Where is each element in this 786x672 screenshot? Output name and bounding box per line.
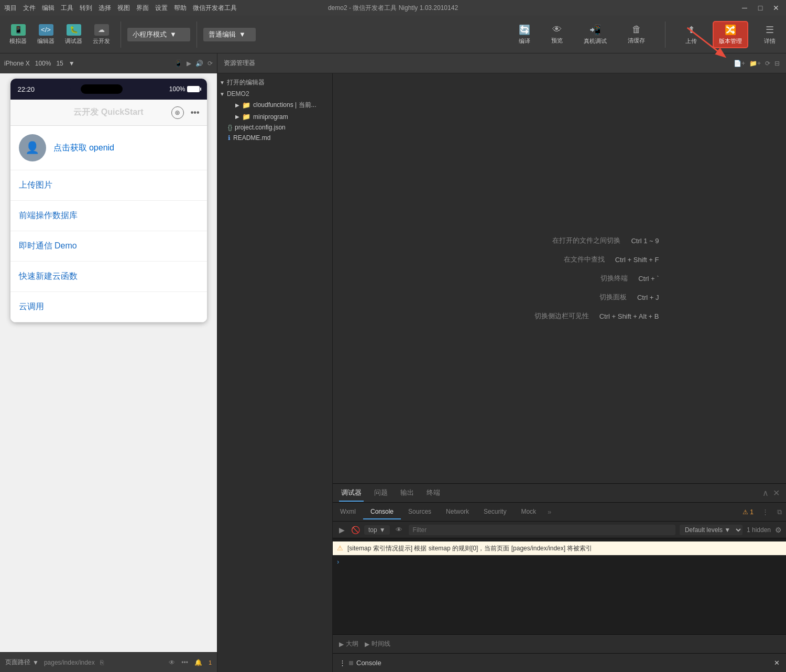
version-management-button[interactable]: 🔀 版本管理 (713, 21, 748, 48)
phone-icon[interactable]: 📱 (174, 60, 182, 67)
bell-icon[interactable]: 🔔 (194, 659, 202, 666)
menu-item-cloud-call[interactable]: 云调用 (10, 292, 207, 322)
menu-tools[interactable]: 工具 (61, 4, 73, 13)
file-item-config[interactable]: {} project.config.json (217, 122, 332, 133)
devtools-more-button[interactable]: » (543, 505, 555, 519)
menu-goto[interactable]: 转到 (80, 4, 92, 13)
console-label-bar: ⋮ Console ✕ (333, 653, 786, 672)
devtools-tab-network[interactable]: Network (439, 505, 476, 519)
filter-input[interactable] (409, 525, 675, 535)
header-dots[interactable]: ••• (191, 108, 200, 117)
filter-exec-button[interactable]: ▶ (337, 525, 346, 535)
menu-edit[interactable]: 编辑 (42, 4, 54, 13)
console-content: ⚠ [sitemap 索引情况提示] 根据 sitemap 的规则[0]，当前页… (333, 538, 786, 634)
page-path-selector[interactable]: 页面路径 ▼ (5, 658, 39, 667)
upload-button[interactable]: ⬆ 上传 (680, 22, 702, 47)
mode-buttons: 📱 模拟器 </> 编辑器 🐛 调试器 ☁ 云开发 (5, 20, 114, 49)
filter-context-selector[interactable]: top ▼ (364, 525, 390, 535)
menu-settings[interactable]: 设置 (155, 4, 168, 13)
open-editors-arrow: ▼ (220, 80, 225, 85)
clear-button[interactable]: 🗑 清缓存 (623, 22, 650, 47)
cloud-label: 云开发 (93, 37, 110, 45)
menu-view[interactable]: 视图 (117, 4, 130, 13)
eye-icon[interactable]: 👁 (169, 659, 175, 666)
panel-up-icon[interactable]: ∧ (762, 488, 769, 498)
header-circle-icon[interactable]: ◎ (171, 106, 184, 119)
devtools-menu-button[interactable]: ⋮ (758, 506, 773, 518)
new-file-icon[interactable]: 📄+ (734, 60, 745, 67)
shortcut-desc-4: 切换面板 (599, 292, 627, 302)
close-button[interactable]: ✕ (770, 2, 782, 14)
dropdown-icon[interactable]: ▼ (69, 60, 75, 67)
project-section[interactable]: ▼ DEMO2 (217, 89, 332, 99)
devtools-tab-sources[interactable]: Sources (401, 505, 439, 519)
mode-selector[interactable]: 小程序模式 ▼ (127, 28, 190, 41)
open-editors-label: 打开的编辑器 (227, 78, 265, 87)
debugger-button[interactable]: 🐛 调试器 (61, 20, 86, 49)
menu-item-upload[interactable]: 上传图片 (10, 170, 207, 201)
minimize-button[interactable]: ─ (739, 2, 750, 14)
menu-item-database[interactable]: 前端操作数据库 (10, 201, 207, 231)
tab-output[interactable]: 输出 (398, 485, 416, 502)
sound-icon[interactable]: 🔊 (195, 60, 203, 67)
warning-icon: ⚠ (337, 544, 343, 552)
close-console-icon[interactable]: ✕ (774, 659, 780, 667)
collapse-icon[interactable]: ⊟ (774, 60, 780, 67)
outline-section[interactable]: ▶ 大纲 (339, 640, 358, 648)
timeline-label: 时间线 (372, 640, 390, 648)
menu-select[interactable]: 选择 (99, 4, 111, 13)
real-debug-label: 真机调试 (584, 37, 607, 45)
file-item-readme[interactable]: ℹ README.md (217, 133, 332, 143)
shortcut-keys-2: Ctrl + Shift + F (615, 256, 659, 264)
new-folder-icon[interactable]: 📁+ (749, 60, 761, 67)
console-expand-arrow[interactable]: › (333, 556, 786, 568)
play-icon[interactable]: ▶ (187, 60, 191, 67)
more-icon[interactable]: ••• (181, 659, 188, 666)
menu-interface[interactable]: 界面 (136, 4, 149, 13)
file-item-miniprogram[interactable]: ▶ 📁 miniprogram (217, 111, 332, 122)
menu-help[interactable]: 帮助 (174, 4, 187, 13)
refresh-icon[interactable]: ⟳ (765, 60, 770, 67)
filter-clear-button[interactable]: 🚫 (351, 525, 360, 535)
tab-terminal[interactable]: 终端 (424, 485, 442, 502)
cloud-button[interactable]: ☁ 云开发 (89, 20, 114, 49)
devtools-new-window-button[interactable]: ⧉ (773, 506, 786, 518)
simulator-button[interactable]: 📱 模拟器 (5, 20, 31, 49)
devtools-tab-console[interactable]: Console (363, 505, 401, 519)
tab-problems[interactable]: 问题 (372, 485, 390, 502)
menu-project[interactable]: 项目 (4, 4, 17, 13)
real-debug-button[interactable]: 📲 真机调试 (578, 22, 612, 47)
compile-mode-selector[interactable]: 普通编辑 ▼ (203, 28, 256, 41)
menu-item-cloud-func[interactable]: 快速新建云函数 (10, 262, 207, 292)
details-button[interactable]: ☰ 详情 (759, 22, 781, 47)
shortcut-desc-1: 在打开的文件之间切换 (552, 236, 620, 245)
json-icon: {} (228, 124, 232, 131)
menu-item-im[interactable]: 即时通信 Demo (10, 231, 207, 262)
rotate-icon[interactable]: ⟳ (208, 60, 213, 67)
user-avatar[interactable]: 👤 (19, 134, 46, 161)
tab-debugger[interactable]: 调试器 (339, 485, 364, 502)
menu-wechat-devtools[interactable]: 微信开发者工具 (193, 4, 237, 13)
maximize-button[interactable]: □ (755, 2, 766, 14)
copy-icon[interactable]: ⎘ (100, 659, 104, 666)
panel-close-icon[interactable]: ✕ (773, 488, 780, 498)
battery-percent: 100% (169, 85, 185, 93)
file-name-miniprogram: miniprogram (253, 113, 288, 121)
file-name-cloudfunctions: cloudfunctions | 当前... (253, 101, 316, 110)
menu-file[interactable]: 文件 (23, 4, 36, 13)
open-editors-section[interactable]: ▼ 打开的编辑器 (217, 77, 332, 89)
filter-eye-button[interactable]: 👁 (394, 525, 405, 535)
editor-button[interactable]: </> 编辑器 (33, 20, 59, 49)
devtools-tab-security[interactable]: Security (476, 505, 514, 519)
simulator-icon: 📱 (11, 24, 26, 36)
file-item-cloudfunctions[interactable]: ▶ 📁 cloudfunctions | 当前... (217, 99, 332, 111)
devtools-tab-wxml[interactable]: Wxml (333, 505, 363, 519)
openid-link[interactable]: 点击获取 openid (53, 143, 115, 154)
preview-button[interactable]: 👁 预览 (546, 22, 568, 47)
compile-button[interactable]: 🔄 编译 (514, 22, 536, 47)
devtools-tab-mock[interactable]: Mock (514, 505, 543, 519)
level-select[interactable]: Default levels ▼ (680, 525, 743, 535)
timeline-section[interactable]: ▶ 时间线 (365, 640, 390, 648)
shortcut-keys-4: Ctrl + J (637, 294, 659, 301)
console-settings-button[interactable]: ⚙ (775, 526, 782, 534)
